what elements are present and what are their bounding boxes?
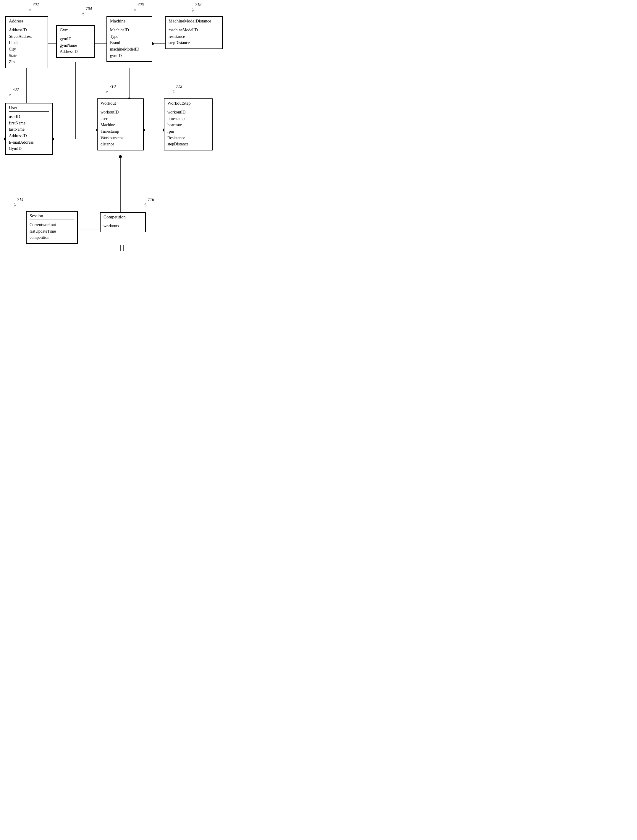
label-716: 716 xyxy=(148,197,154,202)
workout-fields: workoutIDuserMachineTimestampWorkoutstep… xyxy=(101,109,140,147)
workout-title: Workout xyxy=(101,101,140,106)
entity-workout-step: WorkoutStep workoutIDtimestampheartrater… xyxy=(164,98,213,150)
slash-710: // xyxy=(105,89,109,94)
machine-title: Machine xyxy=(110,19,149,24)
session-title: Session xyxy=(30,213,74,218)
slash-706: // xyxy=(133,8,138,13)
machine-model-distance-title: MachineModelDistance xyxy=(169,19,219,24)
entity-gym: Gym gymIDgymNameAddressID xyxy=(56,25,95,58)
slash-708: // xyxy=(8,92,13,97)
slash-712: // xyxy=(171,89,176,94)
workout-step-fields: workoutIDtimestampheartraterpmResistance… xyxy=(168,109,209,147)
label-710: 710 xyxy=(109,84,115,89)
slash-704: // xyxy=(81,12,86,17)
workout-step-title: WorkoutStep xyxy=(168,101,209,106)
session-fields: CurrentworkoutlastUpdateTimecompetition xyxy=(30,222,74,241)
entity-workout: Workout workoutIDuserMachineTimestampWor… xyxy=(97,98,144,150)
slash-714: // xyxy=(13,202,17,207)
label-708: 708 xyxy=(13,87,19,92)
label-704: 704 xyxy=(86,6,92,11)
address-fields: AddressIDStreetAddressLine2CityStateZip xyxy=(9,27,45,65)
gym-fields: gymIDgymNameAddressID xyxy=(60,36,91,55)
user-fields: userIDfirstNamelastNameAddressIDE-mailAd… xyxy=(9,114,49,152)
entity-competition: Competition workouts xyxy=(100,212,146,232)
label-702: 702 xyxy=(33,2,39,7)
entity-session: Session CurrentworkoutlastUpdateTimecomp… xyxy=(26,211,78,244)
slash-702: // xyxy=(28,8,33,13)
entity-machine-model-distance: MachineModelDistance machineModelIDresis… xyxy=(165,16,223,49)
competition-fields: workouts xyxy=(103,223,142,229)
user-title: User xyxy=(9,105,49,110)
entity-address: Address AddressIDStreetAddressLine2CityS… xyxy=(5,16,48,68)
gym-title: Gym xyxy=(60,27,91,33)
address-title: Address xyxy=(9,19,45,24)
entity-machine: Machine MachineIDTypeBrandmachineModelID… xyxy=(106,16,152,62)
diagram-container: Address AddressIDStreetAddressLine2CityS… xyxy=(0,0,225,295)
label-706: 706 xyxy=(138,2,144,7)
machine-model-distance-fields: machineModelIDresistancestepDistance xyxy=(169,27,219,46)
slash-718: // xyxy=(190,8,195,13)
machine-fields: MachineIDTypeBrandmachineModelIDgymID xyxy=(110,27,149,59)
competition-title: Competition xyxy=(103,215,142,219)
slash-716: // xyxy=(143,202,148,207)
svg-point-17 xyxy=(119,155,122,158)
label-712: 712 xyxy=(176,84,182,89)
entity-user: User userIDfirstNamelastNameAddressIDE-m… xyxy=(5,103,53,155)
label-714: 714 xyxy=(17,197,24,202)
label-718: 718 xyxy=(195,2,201,7)
